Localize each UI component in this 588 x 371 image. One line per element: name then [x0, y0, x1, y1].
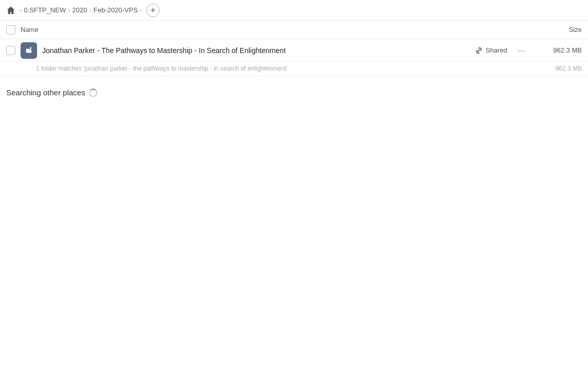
svg-point-0 — [30, 47, 31, 48]
file-size: 962.3 MB — [535, 46, 582, 54]
name-column-header: Name — [21, 26, 535, 33]
table-row[interactable]: Jonathan Parker - The Pathways to Master… — [0, 39, 588, 62]
link-icon — [475, 46, 483, 55]
add-button[interactable]: + — [146, 4, 160, 17]
separator-1: › — [20, 6, 22, 14]
column-header: Name Size — [0, 21, 588, 39]
breadcrumb-feb[interactable]: Feb-2020-VPS — [94, 6, 138, 14]
more-options-button[interactable]: ··· — [515, 45, 527, 56]
home-icon — [6, 6, 15, 15]
result-summary: 1 folder matches 'jonathan parker - the … — [0, 62, 588, 76]
folder-link-icon — [24, 46, 33, 55]
result-summary-size: 962.3 MB — [556, 65, 582, 72]
result-summary-text: 1 folder matches 'jonathan parker - the … — [36, 65, 287, 72]
home-button[interactable] — [6, 6, 15, 15]
row-checkbox[interactable] — [6, 46, 15, 55]
breadcrumb-sftp[interactable]: 0.SFTP_NEW — [24, 6, 66, 14]
separator-4: › — [140, 6, 142, 14]
toolbar: › 0.SFTP_NEW › 2020 › Feb-2020-VPS › + — [0, 0, 588, 21]
searching-label: Searching other places — [6, 88, 582, 97]
searching-section: Searching other places — [0, 76, 588, 103]
file-name: Jonathan Parker - The Pathways to Master… — [42, 46, 475, 55]
separator-3: › — [89, 6, 91, 14]
folder-icon-wrap — [21, 42, 37, 59]
separator-2: › — [68, 6, 70, 14]
size-column-header: Size — [535, 26, 582, 33]
breadcrumb-2020[interactable]: 2020 — [72, 6, 87, 14]
loading-spinner — [89, 89, 97, 97]
shared-label: Shared — [486, 46, 507, 54]
shared-badge: Shared — [475, 46, 507, 55]
select-all-checkbox[interactable] — [6, 25, 15, 35]
searching-other-places-text: Searching other places — [6, 88, 85, 97]
